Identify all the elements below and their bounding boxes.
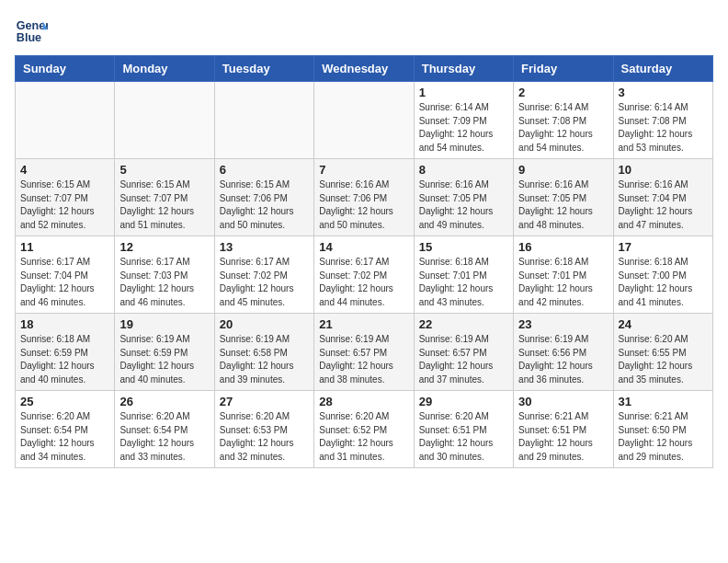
day-number: 20 xyxy=(220,317,309,331)
day-number: 11 xyxy=(20,240,109,254)
calendar-cell: 12Sunrise: 6:17 AM Sunset: 7:03 PM Dayli… xyxy=(115,236,214,314)
calendar-cell: 2Sunrise: 6:14 AM Sunset: 7:08 PM Daylig… xyxy=(514,82,613,159)
day-number: 30 xyxy=(518,395,608,408)
day-info: Sunrise: 6:17 AM Sunset: 7:02 PM Dayligh… xyxy=(220,256,309,309)
day-info: Sunrise: 6:19 AM Sunset: 6:59 PM Dayligh… xyxy=(119,333,209,386)
calendar-cell: 4Sunrise: 6:15 AM Sunset: 7:07 PM Daylig… xyxy=(16,159,115,236)
day-number: 12 xyxy=(119,240,209,254)
calendar-cell: 26Sunrise: 6:20 AM Sunset: 6:54 PM Dayli… xyxy=(115,391,214,468)
weekday-header-friday: Friday xyxy=(514,56,613,82)
day-info: Sunrise: 6:15 AM Sunset: 7:07 PM Dayligh… xyxy=(119,178,209,232)
day-number: 9 xyxy=(518,163,608,177)
logo: General Blue xyxy=(15,15,51,48)
day-number: 18 xyxy=(20,317,109,331)
day-number: 14 xyxy=(319,240,408,254)
calendar-cell: 18Sunrise: 6:18 AM Sunset: 6:59 PM Dayli… xyxy=(16,314,115,391)
day-number: 31 xyxy=(619,395,708,408)
weekday-header-monday: Monday xyxy=(115,56,214,82)
day-info: Sunrise: 6:18 AM Sunset: 6:59 PM Dayligh… xyxy=(20,333,109,386)
weekday-header-tuesday: Tuesday xyxy=(214,56,313,82)
day-info: Sunrise: 6:20 AM Sunset: 6:53 PM Dayligh… xyxy=(220,410,309,464)
day-number: 24 xyxy=(619,317,708,331)
svg-text:Blue: Blue xyxy=(17,31,41,44)
calendar-cell: 23Sunrise: 6:19 AM Sunset: 6:56 PM Dayli… xyxy=(514,314,613,391)
calendar-cell: 5Sunrise: 6:15 AM Sunset: 7:07 PM Daylig… xyxy=(115,159,214,236)
calendar-cell: 13Sunrise: 6:17 AM Sunset: 7:02 PM Dayli… xyxy=(214,236,313,314)
day-number: 4 xyxy=(20,163,109,177)
calendar-cell: 31Sunrise: 6:21 AM Sunset: 6:50 PM Dayli… xyxy=(613,391,712,468)
day-number: 26 xyxy=(119,395,209,408)
weekday-header-saturday: Saturday xyxy=(613,56,712,82)
day-info: Sunrise: 6:16 AM Sunset: 7:04 PM Dayligh… xyxy=(619,178,708,232)
calendar-cell: 29Sunrise: 6:20 AM Sunset: 6:51 PM Dayli… xyxy=(414,391,513,468)
day-number: 27 xyxy=(220,395,309,408)
day-number: 19 xyxy=(119,317,209,331)
day-info: Sunrise: 6:16 AM Sunset: 7:05 PM Dayligh… xyxy=(419,178,508,232)
day-info: Sunrise: 6:19 AM Sunset: 6:58 PM Dayligh… xyxy=(220,333,309,386)
day-info: Sunrise: 6:20 AM Sunset: 6:54 PM Dayligh… xyxy=(20,410,109,464)
day-info: Sunrise: 6:21 AM Sunset: 6:50 PM Dayligh… xyxy=(619,410,708,464)
weekday-header-row: SundayMondayTuesdayWednesdayThursdayFrid… xyxy=(16,56,713,82)
day-number: 28 xyxy=(319,395,408,408)
day-number: 3 xyxy=(619,86,708,99)
calendar-cell: 11Sunrise: 6:17 AM Sunset: 7:04 PM Dayli… xyxy=(16,236,115,314)
calendar-cell: 25Sunrise: 6:20 AM Sunset: 6:54 PM Dayli… xyxy=(16,391,115,468)
day-number: 15 xyxy=(419,240,508,254)
day-info: Sunrise: 6:20 AM Sunset: 6:51 PM Dayligh… xyxy=(419,410,508,464)
day-info: Sunrise: 6:20 AM Sunset: 6:52 PM Dayligh… xyxy=(319,410,408,464)
calendar-week-2: 4Sunrise: 6:15 AM Sunset: 7:07 PM Daylig… xyxy=(16,159,713,236)
day-info: Sunrise: 6:14 AM Sunset: 7:08 PM Dayligh… xyxy=(518,101,608,155)
calendar-cell: 24Sunrise: 6:20 AM Sunset: 6:55 PM Dayli… xyxy=(613,314,712,391)
weekday-header-thursday: Thursday xyxy=(414,56,513,82)
day-info: Sunrise: 6:20 AM Sunset: 6:55 PM Dayligh… xyxy=(619,333,708,386)
calendar-cell: 20Sunrise: 6:19 AM Sunset: 6:58 PM Dayli… xyxy=(214,314,313,391)
day-info: Sunrise: 6:19 AM Sunset: 6:57 PM Dayligh… xyxy=(319,333,408,386)
day-info: Sunrise: 6:19 AM Sunset: 6:56 PM Dayligh… xyxy=(518,333,608,386)
day-info: Sunrise: 6:14 AM Sunset: 7:08 PM Dayligh… xyxy=(619,101,708,155)
calendar-week-1: 1Sunrise: 6:14 AM Sunset: 7:09 PM Daylig… xyxy=(16,82,713,159)
calendar-cell: 30Sunrise: 6:21 AM Sunset: 6:51 PM Dayli… xyxy=(514,391,613,468)
day-number: 10 xyxy=(619,163,708,177)
calendar-week-4: 18Sunrise: 6:18 AM Sunset: 6:59 PM Dayli… xyxy=(16,314,713,391)
day-info: Sunrise: 6:17 AM Sunset: 7:02 PM Dayligh… xyxy=(319,256,408,309)
day-info: Sunrise: 6:18 AM Sunset: 7:00 PM Dayligh… xyxy=(619,256,708,309)
calendar-cell: 22Sunrise: 6:19 AM Sunset: 6:57 PM Dayli… xyxy=(414,314,513,391)
day-info: Sunrise: 6:15 AM Sunset: 7:06 PM Dayligh… xyxy=(220,178,309,232)
calendar-cell: 16Sunrise: 6:18 AM Sunset: 7:01 PM Dayli… xyxy=(514,236,613,314)
calendar-cell: 15Sunrise: 6:18 AM Sunset: 7:01 PM Dayli… xyxy=(414,236,513,314)
day-info: Sunrise: 6:20 AM Sunset: 6:54 PM Dayligh… xyxy=(119,410,209,464)
day-number: 25 xyxy=(20,395,109,408)
day-number: 1 xyxy=(419,86,508,99)
calendar-cell: 3Sunrise: 6:14 AM Sunset: 7:08 PM Daylig… xyxy=(613,82,712,159)
calendar-cell xyxy=(16,82,115,159)
day-info: Sunrise: 6:21 AM Sunset: 6:51 PM Dayligh… xyxy=(518,410,608,464)
calendar-cell: 6Sunrise: 6:15 AM Sunset: 7:06 PM Daylig… xyxy=(214,159,313,236)
day-number: 21 xyxy=(319,317,408,331)
calendar-cell xyxy=(314,82,414,159)
day-number: 7 xyxy=(319,163,408,177)
day-info: Sunrise: 6:15 AM Sunset: 7:07 PM Dayligh… xyxy=(20,178,109,232)
day-number: 6 xyxy=(220,163,309,177)
day-info: Sunrise: 6:17 AM Sunset: 7:04 PM Dayligh… xyxy=(20,256,109,309)
day-info: Sunrise: 6:19 AM Sunset: 6:57 PM Dayligh… xyxy=(419,333,508,386)
day-number: 8 xyxy=(419,163,508,177)
day-number: 29 xyxy=(419,395,508,408)
calendar-cell: 1Sunrise: 6:14 AM Sunset: 7:09 PM Daylig… xyxy=(414,82,513,159)
day-number: 22 xyxy=(419,317,508,331)
header: General Blue xyxy=(15,15,713,48)
calendar-week-5: 25Sunrise: 6:20 AM Sunset: 6:54 PM Dayli… xyxy=(16,391,713,468)
calendar-cell: 17Sunrise: 6:18 AM Sunset: 7:00 PM Dayli… xyxy=(613,236,712,314)
calendar-cell: 19Sunrise: 6:19 AM Sunset: 6:59 PM Dayli… xyxy=(115,314,214,391)
day-number: 13 xyxy=(220,240,309,254)
weekday-header-sunday: Sunday xyxy=(16,56,115,82)
calendar-cell xyxy=(214,82,313,159)
calendar-cell: 10Sunrise: 6:16 AM Sunset: 7:04 PM Dayli… xyxy=(613,159,712,236)
calendar-table: SundayMondayTuesdayWednesdayThursdayFrid… xyxy=(15,55,713,468)
day-number: 17 xyxy=(619,240,708,254)
day-info: Sunrise: 6:16 AM Sunset: 7:05 PM Dayligh… xyxy=(518,178,608,232)
calendar-cell: 7Sunrise: 6:16 AM Sunset: 7:06 PM Daylig… xyxy=(314,159,414,236)
calendar-cell: 8Sunrise: 6:16 AM Sunset: 7:05 PM Daylig… xyxy=(414,159,513,236)
day-number: 23 xyxy=(518,317,608,331)
calendar-week-3: 11Sunrise: 6:17 AM Sunset: 7:04 PM Dayli… xyxy=(16,236,713,314)
day-number: 5 xyxy=(119,163,209,177)
